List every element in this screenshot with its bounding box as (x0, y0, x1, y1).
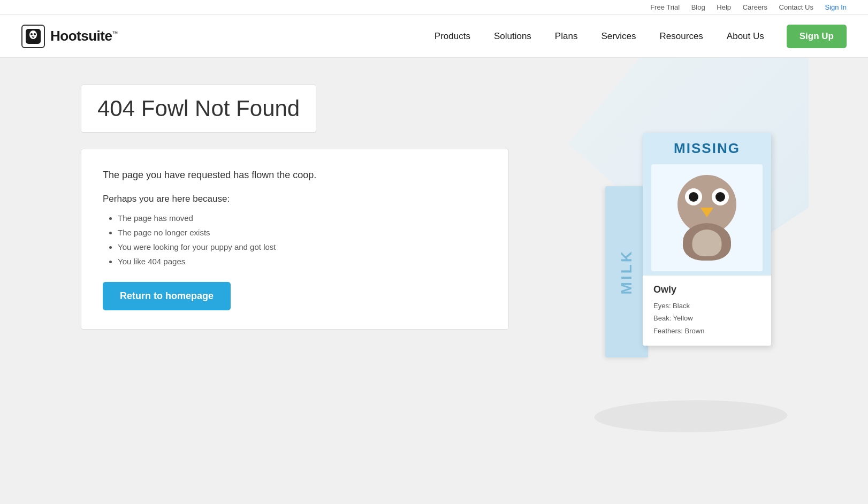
nav-products[interactable]: Products (425, 27, 480, 46)
main-navigation: Hootsuite™ Products Solutions Plans Serv… (0, 15, 868, 58)
svg-point-3 (34, 33, 36, 35)
owl-photo-area (651, 164, 763, 271)
logo-link[interactable]: Hootsuite™ (21, 25, 118, 48)
page-content: 404 Fowl Not Found The page you have req… (59, 58, 809, 432)
signup-button[interactable]: Sign Up (787, 25, 847, 48)
owl-pupil-right (715, 192, 725, 202)
reasons-list: The page has moved The page no longer ex… (103, 213, 487, 266)
missing-label: MISSING (643, 133, 771, 160)
blog-link[interactable]: Blog (691, 3, 705, 11)
careers-link[interactable]: Careers (743, 3, 767, 11)
nav-services[interactable]: Services (591, 27, 645, 46)
owl-pupil-left (689, 192, 698, 202)
svg-point-2 (31, 33, 33, 35)
milk-side-panel: MILK (605, 186, 648, 357)
milk-side-text: MILK (618, 249, 635, 294)
free-trial-link[interactable]: Free Trial (650, 3, 680, 11)
sub-heading: Perhaps you are here because: (103, 192, 487, 206)
milk-carton: MISSING (643, 133, 771, 346)
carton-shadow (589, 400, 793, 432)
nav-resources[interactable]: Resources (650, 27, 713, 46)
utility-bar: Free Trial Blog Help Careers Contact Us … (0, 0, 868, 15)
logo-text: Hootsuite™ (50, 28, 118, 44)
logo-icon (21, 25, 45, 48)
main-error-text: The page you have requested has flown th… (103, 168, 487, 182)
owl-beak (701, 208, 713, 217)
owl-torso (683, 223, 731, 261)
reason-item: You like 404 pages (118, 257, 487, 266)
owl-eye-left (685, 188, 702, 205)
owl-illustration (672, 175, 742, 261)
contact-us-link[interactable]: Contact Us (779, 3, 813, 11)
owl-eye-right (712, 188, 729, 205)
reason-item: The page no longer exists (118, 228, 487, 237)
return-homepage-button[interactable]: Return to homepage (103, 282, 231, 310)
owl-face (683, 183, 731, 226)
error-card: The page you have requested has flown th… (81, 149, 509, 330)
sign-in-link[interactable]: Sign In (825, 3, 847, 11)
error-title: 404 Fowl Not Found (97, 96, 300, 121)
error-title-box: 404 Fowl Not Found (81, 85, 316, 133)
owl-details: Eyes: Black Beak: Yellow Feathers: Brown (653, 300, 760, 337)
illustration-area: MILK MISSING (584, 111, 787, 432)
nav-links: Products Solutions Plans Services Resour… (425, 25, 847, 48)
owl-name: Owly (653, 284, 760, 295)
nav-plans[interactable]: Plans (545, 27, 588, 46)
carton-info-area: Owly Eyes: Black Beak: Yellow Feathers: … (643, 276, 771, 346)
owl-chest (692, 230, 722, 256)
nav-about-us[interactable]: About Us (717, 27, 774, 46)
reason-item: You were looking for your puppy and got … (118, 242, 487, 251)
help-link[interactable]: Help (717, 3, 731, 11)
nav-solutions[interactable]: Solutions (484, 27, 541, 46)
reason-item: The page has moved (118, 213, 487, 223)
